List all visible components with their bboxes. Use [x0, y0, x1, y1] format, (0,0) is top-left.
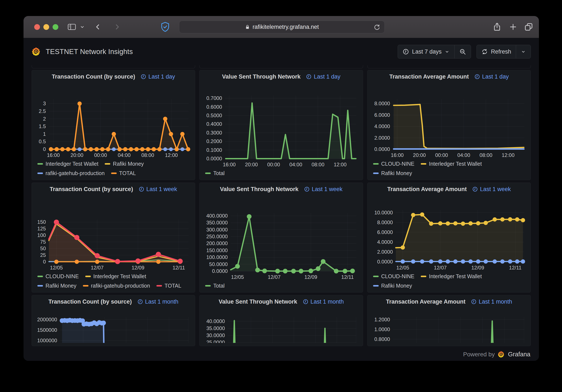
clock-icon	[303, 299, 308, 304]
legend-item[interactable]: CLOUD-NINE	[373, 161, 415, 167]
panel-time-range-label: Last 1 month	[145, 299, 178, 305]
legend-item[interactable]: Rafiki Money	[105, 161, 144, 167]
chart[interactable]: 025507510012515012/0512/0712/0912/11	[36, 194, 191, 272]
panel-time-range-link[interactable]: Last 1 month	[471, 299, 512, 305]
legend-item[interactable]: Interledger Test Wallet	[421, 273, 482, 280]
address-bar[interactable]: rafikitelemetry.grafana.net	[179, 21, 385, 33]
svg-text:00:00: 00:00	[94, 152, 107, 158]
minimize-window-button[interactable]	[43, 24, 49, 30]
tab-overview-icon[interactable]	[524, 22, 533, 32]
legend: Interledger Test WalletRafiki Moneyrafik…	[36, 159, 191, 177]
svg-text:12:00: 12:00	[502, 152, 514, 158]
chart[interactable]: 0.00002.00004.00006.00008.000010.000012/…	[371, 194, 527, 272]
legend-chip	[37, 285, 43, 287]
panel-time-range-link[interactable]: Last 1 month	[137, 299, 178, 305]
svg-text:0.5000: 0.5000	[206, 112, 222, 118]
legend-item[interactable]: Interledger Test Wallet	[37, 161, 98, 167]
chart[interactable]: 0.000050.0000100.0000150.0000200.0000250…	[203, 194, 359, 281]
svg-text:08:00: 08:00	[312, 162, 324, 168]
panel-time-range-label: Last 1 week	[480, 186, 511, 193]
sidebar-chevron-down-icon[interactable]	[80, 24, 85, 30]
svg-text:75: 75	[40, 239, 46, 245]
back-button-icon[interactable]	[94, 23, 102, 31]
refresh-label: Refresh	[491, 48, 511, 55]
privacy-shield-icon[interactable]	[160, 21, 170, 33]
panel-time-range-link[interactable]: Last 1 week	[304, 186, 342, 193]
new-tab-plus-icon[interactable]	[509, 22, 517, 31]
dashboard-panel: Value Sent Through Network Last 1 week 0…	[199, 182, 363, 292]
panel-title: Transaction Count (by source)	[50, 186, 133, 193]
chart[interactable]: 00.511.522.5316:0020:0000:0004:0008:0012…	[36, 81, 191, 159]
legend: Total	[203, 169, 359, 177]
legend-item[interactable]: CLOUD-NINE	[373, 273, 415, 280]
panel-header: Transaction Average Amount Last 1 month	[371, 297, 527, 306]
panel-time-range-link[interactable]: Last 1 week	[472, 186, 511, 193]
svg-text:0.0000: 0.0000	[374, 146, 390, 152]
legend-item[interactable]: Interledger Test Wallet	[85, 273, 146, 280]
clock-icon	[139, 186, 144, 192]
dashboard-panel: Value Sent Through Network Last 1 day 0.…	[199, 70, 363, 180]
legend-label: Interledger Test Wallet	[46, 161, 98, 167]
panel-title: Value Sent Through Network	[219, 299, 297, 305]
legend-item[interactable]: rafiki-gatehub-production	[37, 170, 105, 176]
refresh-group: Refresh	[477, 45, 531, 58]
refresh-button[interactable]: Refresh	[477, 45, 516, 58]
panel-header: Value Sent Through Network Last 1 month	[203, 297, 359, 306]
legend-item[interactable]: TOTAL	[156, 283, 181, 289]
legend-item[interactable]: Interledger Test Wallet	[421, 161, 482, 167]
svg-text:12/09: 12/09	[304, 274, 317, 280]
refresh-interval-dropdown[interactable]	[516, 45, 531, 58]
panel-time-range-link[interactable]: Last 1 month	[303, 299, 344, 305]
legend-item[interactable]: CLOUD-NINE	[37, 273, 79, 280]
chart[interactable]: 0.00002.00004.00006.00008.000016:0020:00…	[371, 81, 527, 159]
dashboard-panel: Value Sent Through Network Last 1 month …	[199, 295, 363, 346]
legend-item[interactable]: Rafiki Money	[373, 170, 412, 176]
grafana-brand-text[interactable]: Grafana	[508, 351, 530, 358]
time-range-label: Last 7 days	[412, 48, 442, 55]
svg-text:2.0000: 2.0000	[374, 135, 390, 141]
legend-item[interactable]: Total	[205, 283, 225, 289]
panel-time-range-link[interactable]: Last 1 day	[474, 73, 509, 80]
reload-icon[interactable]	[373, 23, 381, 31]
svg-text:0.0000: 0.0000	[212, 268, 228, 274]
time-range-picker-button[interactable]: Last 7 days	[398, 45, 454, 58]
legend-label: Rafiki Money	[113, 161, 144, 167]
legend: CLOUD-NINEInterledger Test WalletRafiki …	[36, 272, 191, 289]
panel-grid: Transaction Count (by source) Last 1 day…	[32, 70, 531, 346]
legend-chip	[373, 172, 379, 174]
legend-label: CLOUD-NINE	[381, 273, 415, 280]
panel-time-range-link[interactable]: Last 1 day	[306, 73, 340, 80]
chart[interactable]: 25.000030.000035.000040.0000	[203, 306, 359, 343]
panel-header: Transaction Average Amount Last 1 day	[371, 72, 527, 81]
zoom-out-button[interactable]	[455, 45, 471, 58]
chart[interactable]: 0.80001.00001.2000	[371, 306, 527, 343]
legend-item[interactable]: rafiki-gatehub-production	[83, 283, 150, 289]
svg-text:12/05: 12/05	[396, 265, 409, 270]
legend-item[interactable]: Rafiki Money	[373, 283, 412, 289]
svg-text:12/07: 12/07	[434, 265, 447, 270]
panel-time-range-label: Last 1 month	[479, 299, 512, 305]
svg-text:35.0000: 35.0000	[206, 325, 225, 331]
grafana-footer-logo-icon[interactable]	[498, 351, 505, 358]
chart[interactable]: 100000015000002000000	[36, 306, 191, 343]
panel-time-range-label: Last 1 day	[148, 73, 175, 80]
share-icon[interactable]	[492, 22, 502, 32]
panel-time-range-link[interactable]: Last 1 week	[139, 186, 177, 193]
panel-time-range-link[interactable]: Last 1 day	[140, 73, 175, 80]
svg-text:12/05: 12/05	[231, 274, 244, 280]
svg-text:25.0000: 25.0000	[206, 339, 225, 343]
forward-button-icon[interactable]	[113, 23, 121, 31]
legend-item[interactable]: Total	[205, 170, 225, 176]
legend-item[interactable]: Rafiki Money	[37, 283, 77, 289]
svg-text:0.2000: 0.2000	[206, 138, 222, 144]
svg-text:100.0000: 100.0000	[206, 254, 228, 260]
panel-title: Value Sent Through Network	[220, 186, 299, 193]
sidebar-toggle-icon[interactable]	[67, 23, 76, 31]
zoom-window-button[interactable]	[53, 24, 58, 30]
chart[interactable]: 0.00000.10000.20000.30000.40000.50000.60…	[203, 81, 359, 169]
close-window-button[interactable]	[34, 24, 40, 30]
clock-icon	[306, 74, 312, 79]
legend-item[interactable]: TOTAL	[111, 170, 136, 176]
powered-by-text: Powered by	[463, 351, 495, 358]
svg-text:3: 3	[43, 101, 46, 106]
